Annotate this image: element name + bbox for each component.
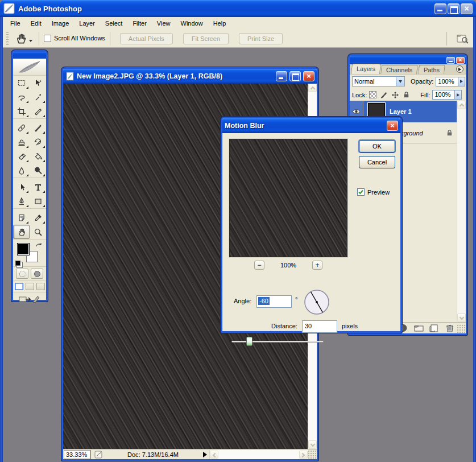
tool-dodge[interactable] [30, 163, 46, 178]
scroll-all-windows-checkbox[interactable] [44, 35, 51, 42]
tool-hand[interactable] [13, 225, 30, 239]
horizontal-scrollbar[interactable] [209, 450, 308, 459]
lock-transparency-icon[interactable] [369, 91, 376, 98]
tool-pen[interactable] [13, 194, 30, 208]
fullscreen-menubar-mode-button[interactable] [26, 283, 34, 290]
fullscreen-mode-button[interactable] [36, 283, 45, 290]
layers-palette-titlebar[interactable]: × [350, 56, 466, 64]
tool-blur[interactable] [13, 163, 30, 178]
tool-slice[interactable] [30, 104, 46, 118]
tool-move[interactable] [30, 76, 46, 90]
slider-thumb[interactable] [246, 337, 253, 346]
menu-select[interactable]: Select [100, 18, 128, 28]
distance-input[interactable]: 30 [302, 320, 337, 333]
menu-help[interactable]: Help [208, 18, 231, 28]
preview-option[interactable]: Preview [357, 188, 390, 196]
document-titlebar[interactable]: New Image2.JPG @ 33.3% (Layer 1, RGB/8) … [63, 69, 317, 84]
blend-mode-select[interactable]: Normal [352, 76, 405, 86]
default-colors-icon[interactable] [15, 261, 20, 266]
app-close-button[interactable]: × [461, 3, 473, 14]
options-grip[interactable] [6, 32, 9, 45]
tool-magic-wand[interactable] [30, 90, 46, 104]
ok-button[interactable]: OK [359, 140, 395, 152]
standard-screen-mode-button[interactable] [15, 283, 23, 290]
new-group-icon[interactable] [413, 324, 425, 332]
zoom-level-field[interactable]: 33.33% [64, 450, 91, 459]
scroll-up-button[interactable] [308, 84, 317, 92]
scroll-down-button[interactable] [308, 440, 317, 449]
fill-slider-arrow-icon[interactable] [454, 90, 462, 100]
palette-close-button[interactable]: × [456, 57, 465, 64]
preview-checkbox[interactable] [357, 188, 365, 196]
menu-filter[interactable]: Filter [127, 18, 151, 28]
tool-notes[interactable] [13, 211, 30, 225]
quick-mask-mode-button[interactable] [31, 269, 43, 279]
scroll-left-button[interactable] [210, 451, 218, 459]
dropdown-arrow-icon[interactable] [396, 76, 405, 86]
tool-eyedropper[interactable] [30, 211, 46, 225]
opacity-slider-arrow-icon[interactable] [458, 77, 465, 86]
tab-layers[interactable]: Layers [351, 64, 381, 74]
zoom-in-button[interactable]: + [312, 261, 322, 270]
tool-rectangular-marquee[interactable] [13, 76, 30, 90]
resize-grip[interactable] [308, 450, 317, 459]
menu-file[interactable]: File [5, 18, 26, 28]
scroll-right-button[interactable] [299, 451, 308, 459]
slider-track[interactable] [231, 341, 324, 343]
edit-in-imageready-icon[interactable] [18, 294, 41, 304]
actual-pixels-button[interactable]: Actual Pixels [120, 33, 173, 44]
menu-view[interactable]: View [152, 18, 176, 28]
palette-menu-button[interactable] [456, 65, 463, 73]
palette-resize-grip[interactable] [457, 324, 465, 333]
app-maximize-button[interactable] [448, 3, 460, 14]
scroll-up-button[interactable] [457, 101, 466, 109]
lock-pixels-icon[interactable] [380, 91, 388, 99]
motion-blur-dialog[interactable]: Motion Blur × − 100% + OK Cancel Preview… [221, 117, 402, 333]
menu-edit[interactable]: Edit [26, 18, 47, 28]
tool-path-selection[interactable] [13, 180, 30, 194]
tool-zoom[interactable] [30, 225, 46, 239]
file-browser-icon[interactable] [456, 33, 469, 44]
tool-type[interactable] [30, 180, 46, 194]
menu-image[interactable]: Image [47, 18, 74, 28]
opacity-control[interactable]: 100% [436, 77, 465, 86]
dialog-titlebar[interactable]: Motion Blur × [222, 118, 400, 133]
document-minimize-button[interactable] [276, 71, 287, 81]
toolbox-titlebar[interactable] [13, 52, 46, 59]
opacity-value[interactable]: 100% [436, 77, 458, 86]
swap-colors-icon[interactable] [35, 242, 42, 249]
fill-value[interactable]: 100% [432, 90, 455, 100]
tool-brush[interactable] [30, 121, 46, 135]
app-minimize-button[interactable] [434, 3, 446, 14]
tool-crop[interactable] [13, 104, 30, 118]
angle-dial[interactable] [303, 288, 331, 316]
document-maximize-button[interactable] [289, 71, 301, 81]
lock-all-icon[interactable] [403, 91, 410, 98]
cancel-button[interactable]: Cancel [359, 156, 395, 168]
status-menu-arrow-icon[interactable] [203, 452, 207, 457]
menu-layer[interactable]: Layer [74, 18, 100, 28]
tool-shape[interactable] [30, 194, 46, 208]
zoom-out-button[interactable]: − [254, 261, 264, 270]
document-close-button[interactable]: × [303, 71, 314, 81]
palette-minimize-button[interactable] [446, 57, 455, 64]
angle-input[interactable]: -60 [256, 295, 292, 308]
status-info-icon[interactable] [94, 451, 104, 459]
tab-channels[interactable]: Channels [380, 65, 418, 74]
delete-layer-icon[interactable] [444, 324, 456, 332]
lock-position-icon[interactable] [391, 91, 399, 99]
tool-clone-stamp[interactable] [13, 135, 30, 149]
tool-lasso[interactable] [13, 90, 30, 104]
app-titlebar[interactable]: Adobe Photoshop × [0, 0, 476, 17]
fill-control[interactable]: 100% [432, 90, 462, 100]
standard-mode-button[interactable] [16, 269, 28, 279]
new-layer-icon[interactable] [429, 324, 440, 332]
scroll-all-windows-option[interactable]: Scroll All Windows [44, 35, 105, 42]
tool-paint-bucket[interactable] [30, 149, 46, 163]
layers-scrollbar[interactable] [457, 101, 466, 322]
dialog-close-button[interactable]: × [387, 121, 398, 131]
print-size-button[interactable]: Print Size [239, 33, 283, 44]
toolbox-palette[interactable] [11, 50, 48, 302]
tool-eraser[interactable] [13, 149, 30, 163]
current-tool-button[interactable] [13, 32, 34, 46]
